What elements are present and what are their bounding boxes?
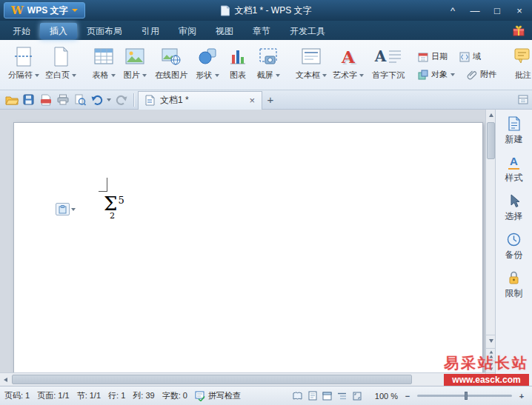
chevron-down-icon [71,208,76,211]
field-button[interactable]: 域 [459,51,481,62]
web-layout-icon[interactable] [322,390,333,402]
document-page[interactable]: Σ5 2 [13,122,483,372]
chevron-down-icon [72,74,76,77]
date-button[interactable]: 日期 [418,51,448,62]
scroll-left-button[interactable] [0,373,11,386]
ribbon-group-pages: 分隔符 空白页 [1,43,83,88]
picture-button[interactable]: 图片 [119,44,150,81]
tab-developer[interactable]: 开发工具 [280,23,335,39]
zoom-out-button[interactable]: − [403,392,412,401]
comment-button[interactable]: 批注 [505,44,532,81]
minimize-button[interactable]: — [464,0,486,21]
tab-insert[interactable]: 插入 [40,23,77,39]
chevron-down-icon [359,74,364,77]
right-sidebar: 新建 A 样式 选择 备份 限制 [495,110,532,386]
break-button[interactable]: 分隔符 [5,44,42,81]
wordart-button[interactable]: A 艺术字 [330,44,367,81]
drop-cap-icon: A [369,44,408,68]
fullscreen-icon[interactable] [351,390,363,402]
document-tab[interactable]: 文档1 * × [138,91,262,110]
outline-view-icon[interactable] [336,390,348,402]
status-bar: 页码: 1 页面: 1/1 节: 1/1 行: 1 列: 39 字数: 0 拼写… [0,386,532,405]
save-button[interactable] [21,92,36,107]
chart-button[interactable]: 图表 [223,44,253,81]
sidebar-item-select[interactable]: 选择 [505,194,523,223]
document-icon [220,5,230,16]
watermark-title: 易采站长站 [444,353,529,373]
equation[interactable]: Σ5 2 [104,194,124,221]
title-bar: W WPS 文字 文档1 * - WPS 文字 ^ — □ × [0,0,532,21]
sidebar-item-styles[interactable]: A 样式 [505,155,523,184]
text-box-button[interactable]: 文本框 [293,44,330,81]
close-button[interactable]: × [508,0,531,21]
styles-icon: A [508,155,519,170]
status-word-count[interactable]: 字数: 0 [162,390,187,401]
table-button[interactable]: 表格 [88,44,119,81]
tab-references[interactable]: 引用 [132,23,169,39]
spell-check-icon [195,391,205,401]
zoom-slider[interactable] [417,395,512,397]
undo-dropdown-icon[interactable] [107,98,111,101]
tab-review[interactable]: 审阅 [169,23,206,39]
chevron-down-icon [35,74,39,77]
new-tab-button[interactable]: + [262,92,279,108]
zoom-in-button[interactable]: + [517,392,526,401]
object-label: 对象 [431,69,448,80]
print-button[interactable] [55,92,70,107]
gift-icon[interactable] [513,25,525,36]
sidebar-item-label: 限制 [505,287,523,300]
horizontal-scrollbar[interactable] [0,372,485,386]
horizontal-scroll-thumb[interactable] [12,375,412,384]
chevron-down-icon [276,74,280,77]
sidebar-item-backup[interactable]: 备份 [505,232,523,261]
spell-check-label: 拼写检查 [208,390,241,401]
blank-page-button[interactable]: 空白页 [42,44,79,81]
wps-logo-icon: W [11,5,24,16]
screenshot-button[interactable]: 截屏 [253,44,284,81]
tab-view[interactable]: 视图 [206,23,243,39]
text-box-label: 文本框 [296,70,320,81]
page-view-icon[interactable] [307,390,319,402]
tab-home[interactable]: 开始 [3,23,40,39]
sidebar-item-new[interactable]: 新建 [505,116,523,146]
chart-icon [225,44,250,68]
text-box-icon [295,44,327,68]
blank-page-icon [44,44,77,68]
tab-page-layout[interactable]: 页面布局 [77,23,132,39]
wps-menu-button[interactable]: W WPS 文字 [4,2,85,19]
paragraph-mark [99,178,107,192]
status-line: 行: 1 [108,390,125,401]
maximize-button[interactable]: □ [486,0,508,21]
vertical-scrollbar[interactable] [485,110,495,372]
redo-button[interactable] [113,92,129,107]
print-preview-button[interactable] [72,92,87,107]
menu-bar: 开始 插入 页面布局 引用 审阅 视图 章节 开发工具 [0,21,532,40]
collapse-ribbon-button[interactable]: ^ [442,0,464,21]
online-picture-button[interactable]: 在线图片 [150,44,192,81]
sidebar-item-label: 新建 [505,133,523,146]
drop-cap-button[interactable]: A 首字下沉 [367,44,410,81]
sidebar-item-restrict[interactable]: 限制 [505,271,523,300]
chart-label: 图表 [230,70,246,81]
open-button[interactable] [4,92,19,107]
paste-options-button[interactable] [56,203,76,215]
zoom-slider-thumb[interactable] [465,392,468,400]
quick-access-tab-row: 文档1 * × + [0,90,532,110]
object-button[interactable]: 对象 [418,69,455,80]
undo-button[interactable] [89,92,104,107]
shapes-icon [194,44,221,68]
comment-label: 批注 [515,70,531,81]
watermark-url: www.easck.com [444,374,529,386]
tab-list-icon[interactable] [518,95,528,104]
attachment-button[interactable]: 附件 [467,69,496,80]
export-pdf-button[interactable] [38,92,53,107]
shapes-button[interactable]: 形状 [192,44,223,81]
screenshot-label: 截屏 [257,70,273,81]
picture-label: 图片 [124,70,140,81]
close-tab-icon[interactable]: × [249,96,255,105]
spell-check-toggle[interactable]: 拼写检查 [195,390,241,401]
tab-section[interactable]: 章节 [243,23,280,39]
ribbon-group-comment: 批注 [501,43,532,88]
vertical-scroll-thumb[interactable] [487,122,495,159]
reading-layout-icon[interactable] [292,390,304,402]
